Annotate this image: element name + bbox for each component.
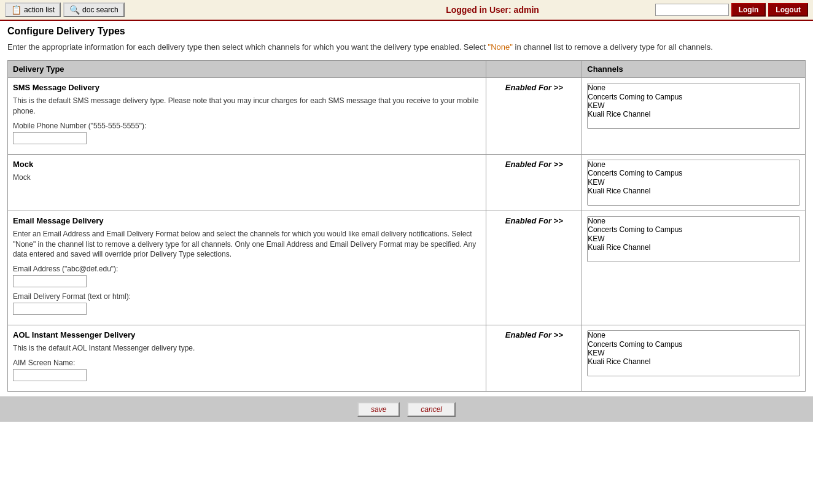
- channels-select-aim[interactable]: NoneConcerts Coming to CampusKEWKuali Ri…: [587, 330, 800, 376]
- field-label-email-address: Email Address ("abc@def.edu"):: [13, 265, 481, 273]
- login-button[interactable]: Login: [731, 3, 766, 17]
- col-header-enabled: [486, 61, 582, 78]
- delivery-type-cell-email: Email Message DeliveryEnter an Email Add…: [8, 211, 486, 325]
- enabled-for-cell-sms: Enabled For >>: [486, 78, 582, 155]
- field-label-mobile-phone: Mobile Phone Number ("555-555-5555"):: [13, 122, 481, 130]
- main-content: Configure Delivery Types Enter the appro…: [0, 21, 813, 397]
- action-list-icon: 📋: [11, 5, 21, 15]
- logout-button[interactable]: Logout: [768, 3, 808, 17]
- col-header-channels: Channels: [582, 61, 806, 78]
- doc-search-button[interactable]: 🔍 doc search: [63, 2, 125, 17]
- intro-text: Enter the appropriate information for ea…: [7, 42, 806, 53]
- doc-search-label: doc search: [82, 6, 119, 14]
- table-row: Email Message DeliveryEnter an Email Add…: [8, 211, 806, 325]
- delivery-type-desc-mock: Mock: [13, 173, 481, 183]
- channels-cell-mock: NoneConcerts Coming to CampusKEWKuali Ri…: [582, 154, 806, 211]
- doc-search-icon: 🔍: [69, 5, 80, 15]
- page-title: Configure Delivery Types: [7, 26, 806, 37]
- delivery-type-cell-sms: SMS Message DeliveryThis is the default …: [8, 78, 486, 155]
- table-row: AOL Instant Messenger DeliveryThis is th…: [8, 325, 806, 392]
- logged-in-text: Logged in User: admin: [330, 5, 655, 15]
- channels-cell-email: NoneConcerts Coming to CampusKEWKuali Ri…: [582, 211, 806, 325]
- col-header-type: Delivery Type: [8, 61, 486, 78]
- delivery-table: Delivery Type Channels SMS Message Deliv…: [7, 60, 806, 392]
- table-row: MockMockEnabled For >>NoneConcerts Comin…: [8, 154, 806, 211]
- channels-cell-sms: NoneConcerts Coming to CampusKEWKuali Ri…: [582, 78, 806, 155]
- header-nav: 📋 action list 🔍 doc search: [5, 2, 330, 17]
- delivery-type-desc-sms: This is the default SMS message delivery…: [13, 96, 481, 117]
- delivery-type-name-mock: Mock: [13, 160, 481, 169]
- field-input-aim-screen-name[interactable]: [13, 369, 87, 381]
- field-input-email-address[interactable]: [13, 275, 87, 287]
- action-list-button[interactable]: 📋 action list: [5, 2, 61, 17]
- delivery-type-desc-aim: This is the default AOL Instant Messenge…: [13, 343, 481, 354]
- action-list-label: action list: [24, 6, 55, 14]
- login-input[interactable]: [655, 4, 729, 16]
- delivery-type-cell-aim: AOL Instant Messenger DeliveryThis is th…: [8, 325, 486, 392]
- footer: save cancel: [0, 397, 813, 422]
- channels-cell-aim: NoneConcerts Coming to CampusKEWKuali Ri…: [582, 325, 806, 392]
- channels-select-email[interactable]: NoneConcerts Coming to CampusKEWKuali Ri…: [587, 216, 800, 262]
- delivery-type-desc-email: Enter an Email Address and Email Deliver…: [13, 229, 481, 260]
- delivery-type-cell-mock: MockMock: [8, 154, 486, 211]
- channels-select-mock[interactable]: NoneConcerts Coming to CampusKEWKuali Ri…: [587, 160, 800, 206]
- table-row: SMS Message DeliveryThis is the default …: [8, 78, 806, 155]
- enabled-for-cell-mock: Enabled For >>: [486, 154, 582, 211]
- cancel-button[interactable]: cancel: [407, 402, 456, 417]
- delivery-type-name-email: Email Message Delivery: [13, 216, 481, 225]
- channels-select-sms[interactable]: NoneConcerts Coming to CampusKEWKuali Ri…: [587, 83, 800, 129]
- field-label-email-format: Email Delivery Format (text or html):: [13, 292, 481, 301]
- enabled-for-cell-aim: Enabled For >>: [486, 325, 582, 392]
- delivery-type-name-sms: SMS Message Delivery: [13, 83, 481, 92]
- header: 📋 action list 🔍 doc search Logged in Use…: [0, 0, 813, 21]
- save-button[interactable]: save: [357, 402, 400, 417]
- delivery-type-name-aim: AOL Instant Messenger Delivery: [13, 330, 481, 339]
- auth-controls: Login Logout: [655, 3, 808, 17]
- field-input-mobile-phone[interactable]: [13, 132, 87, 144]
- field-label-aim-screen-name: AIM Screen Name:: [13, 359, 481, 367]
- field-input-email-format[interactable]: [13, 303, 87, 315]
- enabled-for-cell-email: Enabled For >>: [486, 211, 582, 325]
